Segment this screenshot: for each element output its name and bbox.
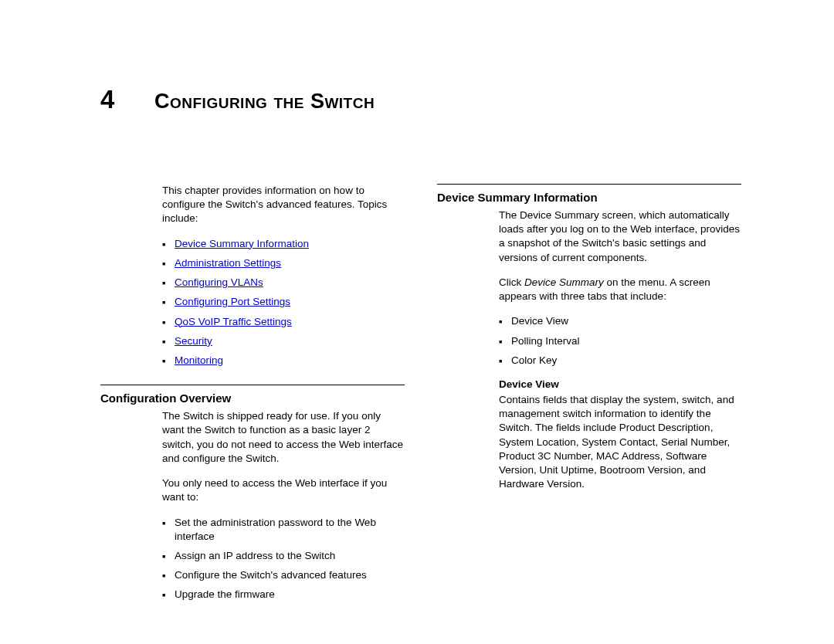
- left-column: This chapter provides information on how…: [100, 184, 405, 613]
- chapter-title: Configuring the Switch: [154, 90, 375, 114]
- link-vlans[interactable]: Configuring VLANs: [175, 276, 263, 288]
- device-view-subheading: Device View: [437, 378, 741, 390]
- list-item: Configure the Switch's advanced features: [175, 568, 405, 582]
- italic-term: Device Summary: [524, 276, 604, 288]
- device-view-body: Contains fields that display the system,…: [437, 393, 741, 492]
- chapter-header: 4 Configuring the Switch: [100, 85, 741, 114]
- config-overview-heading: Configuration Overview: [100, 391, 405, 405]
- right-column: Device Summary Information The Device Su…: [437, 184, 741, 613]
- link-monitoring[interactable]: Monitoring: [175, 354, 223, 366]
- device-summary-heading: Device Summary Information: [437, 191, 741, 204]
- intro-text: This chapter provides information on how…: [100, 184, 405, 226]
- link-port-settings[interactable]: Configuring Port Settings: [175, 296, 290, 307]
- section-divider: [437, 184, 741, 185]
- device-summary-p2: Click Device Summary on the menu. A scre…: [437, 276, 741, 303]
- link-security[interactable]: Security: [175, 335, 212, 347]
- device-summary-p1: The Device Summary screen, which automat…: [437, 208, 741, 265]
- list-item: Device View: [511, 314, 741, 328]
- overview-action-list: Set the administration password to the W…: [100, 516, 405, 602]
- list-item: Polling Interval: [511, 334, 741, 348]
- content-columns: This chapter provides information on how…: [100, 184, 741, 613]
- tabs-list: Device View Polling Interval Color Key: [437, 314, 741, 368]
- overview-paragraph-1: The Switch is shipped ready for use. If …: [100, 409, 405, 466]
- overview-paragraph-2: You only need to access the Web interfac…: [100, 476, 405, 504]
- link-admin-settings[interactable]: Administration Settings: [175, 257, 281, 269]
- chapter-number: 4: [100, 85, 154, 114]
- list-item: Upgrade the firmware: [175, 588, 405, 602]
- link-device-summary[interactable]: Device Summary Information: [175, 238, 309, 249]
- list-item: Set the administration password to the W…: [175, 516, 405, 544]
- list-item: Assign an IP address to the Switch: [175, 549, 405, 563]
- link-qos-voip[interactable]: QoS VoIP Traffic Settings: [175, 316, 292, 327]
- text-run: Click: [499, 276, 524, 288]
- topic-link-list: Device Summary Information Administratio…: [100, 237, 405, 368]
- section-divider: [100, 385, 405, 385]
- list-item: Color Key: [511, 354, 741, 368]
